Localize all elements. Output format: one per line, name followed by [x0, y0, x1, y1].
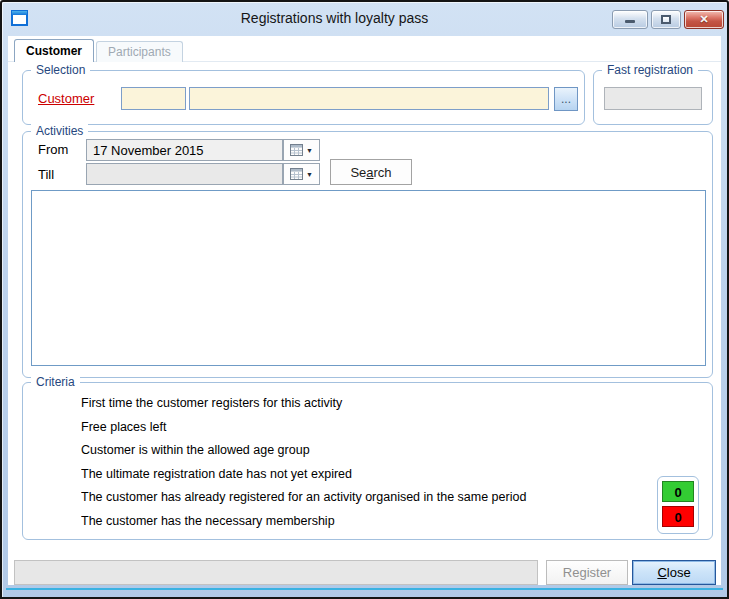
- status-bar-field: [14, 560, 538, 585]
- tab-participants[interactable]: Participants: [96, 41, 183, 62]
- close-button[interactable]: Close: [632, 560, 716, 585]
- selection-group-label: Selection: [31, 63, 90, 78]
- fast-registration-input[interactable]: [604, 87, 702, 110]
- failed-count-badge: 0: [662, 506, 694, 527]
- criterion-item: The customer has already registered for …: [81, 486, 642, 510]
- criterion-item: The ultimate registration date has not y…: [81, 463, 642, 487]
- customer-name-input[interactable]: [189, 87, 549, 110]
- dialog-window: Registrations with loyalty pass ✕ Custom…: [0, 0, 729, 599]
- criterion-item: Free places left: [81, 416, 642, 440]
- frame-accent-line: [6, 588, 723, 590]
- minimize-button[interactable]: [612, 10, 648, 29]
- selection-group: Selection Customer ...: [22, 70, 585, 125]
- criteria-counter-panel: 0 0: [657, 476, 699, 534]
- till-label: Till: [38, 167, 54, 182]
- chevron-down-icon: ▼: [306, 147, 313, 154]
- window-title: Registrations with loyalty pass: [62, 10, 607, 26]
- search-button[interactable]: Search: [330, 159, 412, 185]
- till-date-picker-button[interactable]: ▼: [283, 163, 320, 185]
- criterion-item: First time the customer registers for th…: [81, 392, 642, 416]
- criteria-group: Criteria First time the customer registe…: [22, 382, 713, 540]
- maximize-icon: [661, 15, 671, 24]
- calendar-icon: [290, 144, 303, 156]
- fast-registration-group-label: Fast registration: [602, 63, 698, 78]
- customer-code-input[interactable]: [121, 87, 186, 110]
- maximize-button[interactable]: [651, 10, 681, 29]
- fast-registration-group: Fast registration: [593, 70, 713, 125]
- dialog-client-area: Customer Participants Selection Customer…: [8, 36, 721, 585]
- customer-link[interactable]: Customer: [38, 91, 94, 106]
- activities-list[interactable]: [31, 190, 706, 366]
- tab-customer[interactable]: Customer: [14, 39, 94, 62]
- criteria-list: First time the customer registers for th…: [81, 392, 642, 533]
- criteria-group-label: Criteria: [31, 375, 80, 390]
- from-label: From: [38, 142, 68, 157]
- passed-count-badge: 0: [662, 481, 694, 502]
- till-date-input[interactable]: [86, 163, 283, 185]
- from-date-input[interactable]: [86, 139, 283, 161]
- activities-group-label: Activities: [31, 124, 88, 139]
- criterion-item: The customer has the necessary membershi…: [81, 510, 642, 534]
- close-icon: ✕: [699, 11, 708, 28]
- tab-bar: Customer Participants: [14, 38, 185, 62]
- chevron-down-icon: ▼: [306, 171, 313, 178]
- customer-browse-button[interactable]: ...: [554, 87, 578, 111]
- register-button[interactable]: Register: [546, 560, 628, 585]
- activities-group: Activities From ▼ Till ▼: [22, 131, 713, 378]
- close-window-button[interactable]: ✕: [684, 10, 724, 29]
- title-bar[interactable]: Registrations with loyalty pass ✕: [2, 2, 727, 36]
- minimize-icon: [625, 20, 635, 23]
- from-date-picker-button[interactable]: ▼: [283, 139, 320, 161]
- criterion-item: Customer is within the allowed age group: [81, 439, 642, 463]
- window-controls: ✕: [612, 10, 724, 29]
- calendar-icon: [290, 168, 303, 180]
- window-form-icon: [11, 10, 28, 26]
